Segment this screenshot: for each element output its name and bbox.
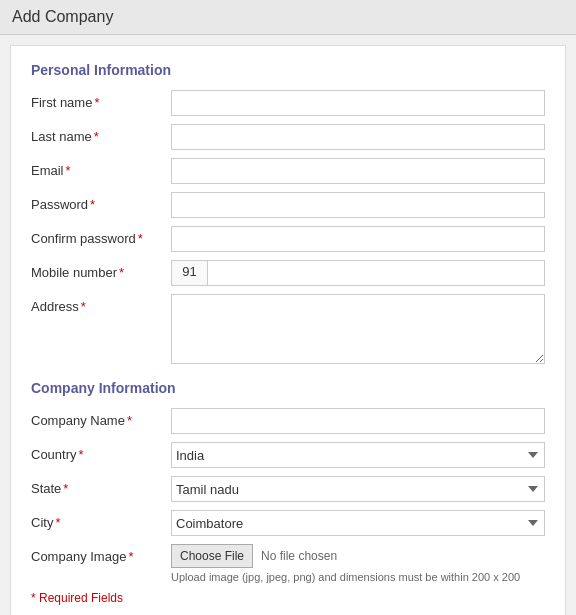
company-name-input[interactable] [171, 408, 545, 434]
address-group: Address* [31, 294, 545, 364]
company-image-group: Company Image* Choose File No file chose… [31, 544, 545, 583]
confirm-password-label: Confirm password* [31, 226, 171, 246]
state-select[interactable]: Tamil nadu [171, 476, 545, 502]
section-divider: Company Information [31, 380, 545, 396]
city-select[interactable]: Coimbatore [171, 510, 545, 536]
confirm-password-input[interactable] [171, 226, 545, 252]
address-input[interactable] [171, 294, 545, 364]
password-label: Password* [31, 192, 171, 212]
page-title: Add Company [12, 8, 564, 26]
required-fields-note: * Required Fields [31, 591, 545, 605]
confirm-password-group: Confirm password* [31, 226, 545, 252]
file-input-group: Choose File No file chosen Upload image … [171, 544, 545, 583]
email-group: Email* [31, 158, 545, 184]
personal-info-title: Personal Information [31, 62, 545, 78]
email-label: Email* [31, 158, 171, 178]
mobile-input-group: 91 [171, 260, 545, 286]
company-name-label: Company Name* [31, 408, 171, 428]
last-name-label: Last name* [31, 124, 171, 144]
company-info-title: Company Information [31, 380, 545, 396]
mobile-number-label: Mobile number* [31, 260, 171, 280]
mobile-prefix: 91 [171, 260, 207, 286]
city-group: City* Coimbatore [31, 510, 545, 536]
email-input[interactable] [171, 158, 545, 184]
first-name-label: First name* [31, 90, 171, 110]
upload-hint: Upload image (jpg, jpeg, png) and dimens… [171, 571, 545, 583]
first-name-group: First name* [31, 90, 545, 116]
mobile-number-group: Mobile number* 91 [31, 260, 545, 286]
password-group: Password* [31, 192, 545, 218]
state-label: State* [31, 476, 171, 496]
last-name-input[interactable] [171, 124, 545, 150]
last-name-group: Last name* [31, 124, 545, 150]
required-star: * [94, 95, 99, 110]
no-file-label: No file chosen [261, 549, 337, 563]
company-image-label: Company Image* [31, 544, 171, 564]
city-label: City* [31, 510, 171, 530]
address-label: Address* [31, 294, 171, 314]
choose-file-button[interactable]: Choose File [171, 544, 253, 568]
page-title-bar: Add Company [0, 0, 576, 35]
form-container: Personal Information First name* Last na… [10, 45, 566, 615]
company-name-group: Company Name* [31, 408, 545, 434]
state-group: State* Tamil nadu [31, 476, 545, 502]
mobile-number-input[interactable] [207, 260, 545, 286]
password-input[interactable] [171, 192, 545, 218]
country-select[interactable]: India [171, 442, 545, 468]
first-name-input[interactable] [171, 90, 545, 116]
country-label: Country* [31, 442, 171, 462]
country-group: Country* India [31, 442, 545, 468]
